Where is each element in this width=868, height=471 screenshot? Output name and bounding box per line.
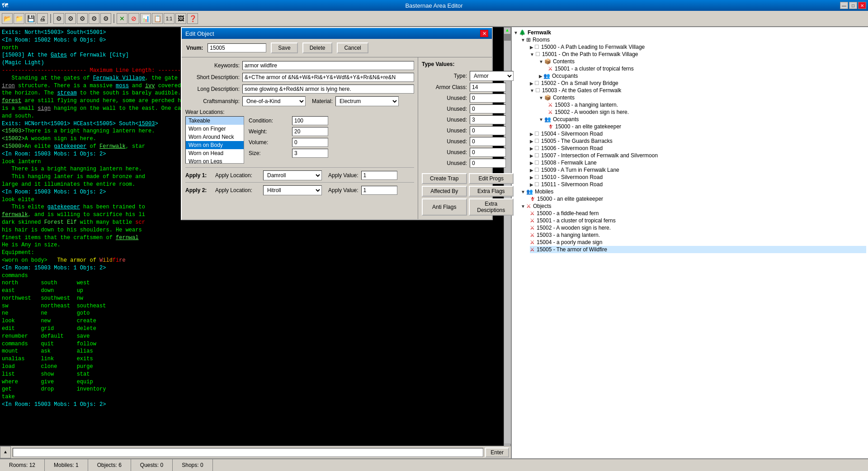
tree-occupants-15001[interactable]: ▶ 👥 Occupants	[539, 72, 866, 80]
unused4-input[interactable]	[470, 126, 506, 135]
tree-room-15008[interactable]: ▶ ☐ 15008 - Fernwalk Lane	[530, 159, 866, 166]
tree-room-15001[interactable]: ▼ ☐ 15001 - On the Path to Fernwalk Vill…	[530, 51, 866, 58]
scroll-up-button[interactable]: ▲	[0, 446, 11, 458]
long-desc-input[interactable]	[242, 85, 414, 94]
toolbar-btn8[interactable]: 📊	[140, 13, 151, 24]
extra-descs-button[interactable]: Extra Desciptions	[469, 198, 514, 216]
toolbar-open[interactable]: 📁	[14, 13, 24, 24]
toolbar-btn7[interactable]: ⊘	[128, 13, 139, 24]
toolbar-btn9[interactable]: 📋	[152, 13, 163, 24]
toolbar-btn4[interactable]: ⚙	[89, 13, 99, 24]
size-input[interactable]	[292, 149, 328, 158]
wear-option-neck[interactable]: Worn Around Neck	[186, 133, 244, 141]
tree-obj-15004[interactable]: ⚔ 15004 - a poorly made sign	[530, 239, 866, 246]
wear-option-finger[interactable]: Worn on Finger	[186, 125, 244, 133]
tree-obj-15002-sign[interactable]: ⚔ 15002 - A wooden sign is here.	[548, 108, 866, 116]
toolbar-btn10[interactable]: 1:1	[164, 13, 175, 24]
tree-contents-15001[interactable]: ▼ 📦 Contents	[539, 58, 866, 65]
tree-occupants-15003[interactable]: ▼ 👥 Occupants	[539, 116, 866, 123]
create-trap-button[interactable]: Create Trap	[422, 173, 467, 184]
tree-obj-15005[interactable]: ⚔ 15005 - The armor of Wildfire	[530, 246, 866, 253]
tree-room-15009[interactable]: ▶ ☐ 15009 - A Turn in Fernwalk Lane	[530, 166, 866, 174]
wear-option-takeable[interactable]: Takeable	[186, 117, 244, 125]
keywords-input[interactable]	[242, 61, 414, 70]
toolbar-btn2[interactable]: ⚙	[65, 13, 76, 24]
toolbar-new[interactable]: 📂	[2, 13, 13, 24]
toolbar-btn5[interactable]: ⚙	[100, 13, 111, 24]
command-input[interactable]	[13, 448, 483, 457]
apply1-location-select[interactable]: Damroll Hitroll Strength	[263, 170, 322, 180]
vnum-input[interactable]	[208, 43, 266, 52]
tree-panel[interactable]: ▼ 🌲 Fernwalk ▼ ⊞ Rooms ▶ ☐ 15000 - A Pat…	[511, 27, 868, 458]
tree-room-15003-children: ▼ 📦 Contents ⚔ 15003 - a hanging lantern…	[530, 94, 866, 130]
minimize-button[interactable]: —	[840, 2, 848, 9]
tree-objects[interactable]: ▼ ⚔ Objects	[521, 203, 866, 210]
close-button[interactable]: ✕	[858, 2, 866, 9]
tree-room-15006[interactable]: ▶ ☐ 15006 - Silvermoon Road	[530, 145, 866, 152]
tree-room-15003[interactable]: ▼ ☐ 15003 - At the Gates of Fernwalk	[530, 87, 866, 94]
tree-mob-15000-gatekeeper[interactable]: 🗡 15000 - an elite gatekeeper	[548, 123, 866, 130]
condition-input[interactable]	[292, 116, 328, 125]
short-desc-input[interactable]	[242, 73, 414, 82]
tree-mob-15000[interactable]: 🗡 15000 - an elite gatekeeper	[530, 195, 866, 203]
tree-obj-15002[interactable]: ⚔ 15002 - A wooden sign is here.	[530, 224, 866, 231]
tree-room-15002[interactable]: ▶ ☐ 15002 - On a Small Ivory Bridge	[530, 80, 866, 87]
modal-title: Edit Object	[185, 30, 214, 37]
tree-obj-15000[interactable]: ⚔ 15000 - a fiddle-head fern	[530, 210, 866, 217]
tree-obj-15001[interactable]: ⚔ 15001 - a cluster of tropical ferns	[530, 217, 866, 224]
apply1-value-input[interactable]	[361, 171, 397, 180]
apply2-value-input[interactable]	[361, 186, 397, 195]
tree-mobiles-label: Mobiles	[535, 188, 553, 195]
tree-rooms[interactable]: ▼ ⊞ Rooms	[521, 36, 866, 43]
affected-by-button[interactable]: Affected By	[422, 186, 467, 197]
tree-room-15007[interactable]: ▶ ☐ 15007 - Intersection of Fernwalk and…	[530, 152, 866, 159]
tree-obj-15003[interactable]: ⚔ 15003 - a hanging lantern.	[530, 231, 866, 239]
delete-button[interactable]: Delete	[302, 42, 333, 53]
toolbar-btn12[interactable]: ❓	[187, 13, 198, 24]
apply2-location-select[interactable]: Damroll Hitroll Strength	[263, 185, 322, 195]
tree-root[interactable]: ▼ 🌲 Fernwalk	[514, 29, 866, 36]
modal-close-button[interactable]: ✕	[480, 30, 488, 37]
tree-room-15004[interactable]: ▶ ☐ 15004 - Silvermoon Road	[530, 130, 866, 137]
weight-input[interactable]	[292, 127, 328, 136]
tree-room-15005[interactable]: ▶ ☐ 15005 - The Guards Barracks	[530, 137, 866, 145]
unused1-input[interactable]	[470, 94, 506, 103]
save-button[interactable]: Save	[271, 42, 297, 53]
unused7-input[interactable]	[470, 159, 506, 168]
mobiles-value: 1	[75, 462, 79, 468]
tree-contents-15003[interactable]: ▼ 📦 Contents	[539, 94, 866, 101]
toolbar-btn3[interactable]: ⚙	[77, 13, 88, 24]
craftsmanship-select[interactable]: One-of-a-Kind Masterwork Good Standard	[242, 96, 306, 106]
material-select[interactable]: Electrum Iron Steel	[335, 96, 399, 106]
tree-room-15000[interactable]: ▶ ☐ 15000 - A Path Leading to Fernwalk V…	[530, 43, 866, 51]
unused5-input[interactable]	[470, 137, 506, 146]
armor-class-input[interactable]	[470, 83, 506, 92]
extra-flags-button[interactable]: Extra Flags	[469, 186, 514, 197]
wear-locations-list[interactable]: Takeable Worn on Finger Worn Around Neck…	[185, 116, 244, 164]
unused3-input[interactable]	[470, 115, 506, 124]
maximize-button[interactable]: □	[849, 2, 857, 9]
tree-obj-15001-ferns[interactable]: ⚔ 15001 - a cluster of tropical ferns	[548, 65, 866, 72]
toolbar-btn6[interactable]: ✕	[117, 13, 127, 24]
enter-button[interactable]: Enter	[485, 447, 509, 457]
anti-flags-button[interactable]: Anti Flags	[422, 198, 467, 216]
tree-mobiles[interactable]: ▼ 👥 Mobiles	[521, 188, 866, 195]
toolbar-save[interactable]: 💾	[25, 13, 36, 24]
toolbar-print[interactable]: 🖨	[37, 13, 48, 24]
volume-input[interactable]	[292, 138, 328, 147]
toolbar-btn1[interactable]: ⚙	[53, 13, 64, 24]
wear-option-body[interactable]: Worn on Body	[186, 141, 244, 149]
edit-progs-button[interactable]: Edit Progs	[469, 173, 514, 184]
tree-room-15010[interactable]: ▶ ☐ 15010 - Silvermoon Road	[530, 174, 866, 181]
toolbar-btn11[interactable]: 🖼	[175, 13, 186, 24]
scrollbar-up-arrow[interactable]: ▲	[504, 27, 511, 34]
unused6-input[interactable]	[470, 148, 506, 157]
tree-room-15011[interactable]: ▶ ☐ 15011 - Silvermoon Road	[530, 181, 866, 188]
wear-option-head[interactable]: Worn on Head	[186, 149, 244, 157]
tree-obj-15003-lantern[interactable]: ⚔ 15003 - a hanging lantern.	[548, 101, 866, 108]
unused2-input[interactable]	[470, 104, 506, 113]
term-line: <worn on body> The armor of Wildfire	[2, 257, 509, 264]
type-select[interactable]: Armor Weapon Container	[470, 71, 514, 81]
cancel-button[interactable]: Cancel	[337, 42, 368, 53]
wear-option-legs[interactable]: Worn on Legs	[186, 157, 244, 164]
